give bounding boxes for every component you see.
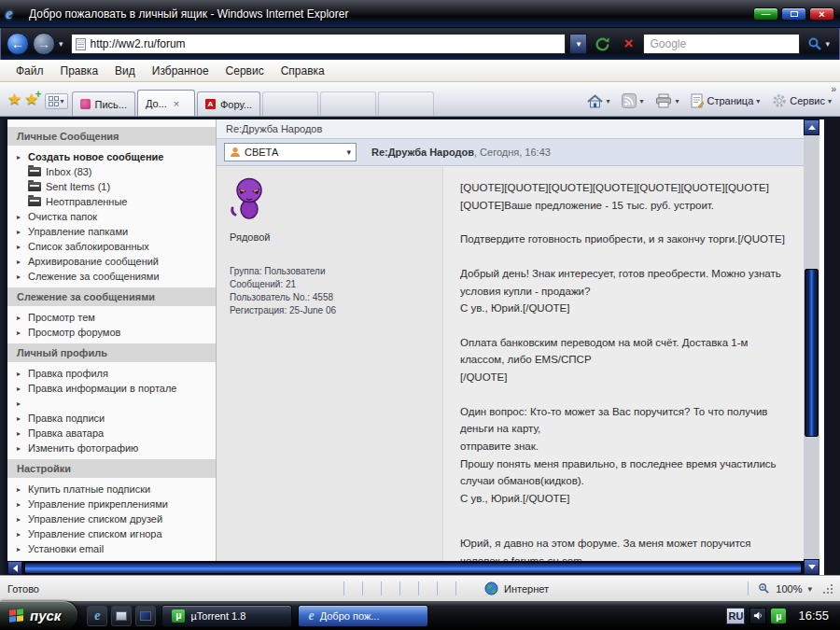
quick-tabs-button[interactable]: ▾	[45, 93, 68, 109]
bullet-icon: ▸	[17, 314, 23, 322]
minimize-button[interactable]: —	[753, 7, 778, 21]
sidebar-item-label: Установки email	[28, 543, 104, 554]
sidebar-item-empty[interactable]: ▸	[7, 396, 216, 411]
quick-tabs-grid-icon	[49, 96, 59, 106]
sidebar-item-edit-profile[interactable]: ▸Правка профиля	[7, 366, 216, 381]
start-button[interactable]: пуск	[0, 601, 77, 630]
utorrent-tray-icon[interactable]: µ	[771, 609, 786, 623]
quicklaunch-show-desktop-icon[interactable]	[111, 606, 132, 626]
menu-favorites[interactable]: Избранное	[144, 62, 217, 80]
sidebar-item-ignore-list[interactable]: ▸Управление списком игнора	[7, 526, 216, 541]
taskbar-task-utorrent[interactable]: µ µTorrent 1.8	[161, 605, 292, 627]
sidebar-item-friends-list[interactable]: ▸Управление списком друзей	[7, 511, 216, 526]
taskbar-task-browser-active[interactable]: e Добро пож...	[298, 605, 428, 627]
author-select[interactable]: СВЕТА ▾	[224, 143, 357, 161]
forward-arrow-icon: →	[37, 36, 50, 51]
history-dropdown[interactable]: ▾	[59, 39, 63, 49]
menu-view[interactable]: Вид	[106, 62, 144, 80]
bullet-icon: ▸	[17, 414, 23, 423]
language-indicator[interactable]: RU	[726, 608, 745, 624]
sidebar-item-change-photo[interactable]: ▸Изменить фотографию	[7, 441, 216, 455]
address-bar[interactable]	[71, 34, 567, 54]
zone-label: Интернет	[504, 583, 549, 595]
quicklaunch-media-icon[interactable]	[135, 606, 156, 626]
bullet-icon: ▸	[17, 399, 23, 408]
address-dropdown-button[interactable]: ▾	[569, 34, 587, 54]
home-button[interactable]: ▾	[582, 91, 614, 111]
horizontal-scrollbar-thumb[interactable]	[24, 562, 802, 574]
vertical-scrollbar-thumb[interactable]	[805, 269, 819, 437]
tab-forum[interactable]: А Фору...	[197, 91, 260, 116]
scroll-left-button[interactable]	[7, 561, 22, 575]
window-frame-right	[819, 119, 840, 575]
tab-inbox-active[interactable]: До... ×	[137, 90, 195, 116]
page-icon	[691, 93, 704, 108]
sidebar-item-clear-folders[interactable]: ▸Очистка папок	[7, 209, 216, 224]
volume-tray-icon[interactable]	[749, 608, 766, 624]
sidebar-item-label: Архивирование сообщений	[28, 256, 159, 267]
close-button[interactable]: ×	[809, 7, 834, 21]
sidebar-section-title: Настройки	[7, 459, 216, 478]
tab-placeholder	[262, 91, 318, 116]
sidebar-item-sent[interactable]: Sent Items (1)	[7, 179, 216, 194]
tools-menu-button[interactable]: Сервис ▾	[767, 91, 836, 111]
search-options-dropdown[interactable]: ▾	[825, 39, 830, 49]
ie-icon: e	[308, 609, 314, 623]
navigation-bar: ← → ▾ ▾ × ▾	[0, 28, 840, 60]
sidebar-item-track-messages[interactable]: ▸Слежение за сообщениями	[7, 269, 216, 284]
search-input[interactable]	[650, 37, 793, 50]
zoom-control[interactable]: 100% ▾	[748, 581, 833, 595]
sidebar-item-label: Правка подписи	[28, 413, 105, 424]
tab-close-icon[interactable]: ×	[174, 98, 179, 109]
favorites-star-icon[interactable]: ★	[7, 90, 21, 109]
sidebar-item-blocked-list[interactable]: ▸Список заблокированных	[7, 239, 216, 254]
back-button[interactable]: ←	[7, 33, 29, 55]
sidebar-item-edit-portal-info[interactable]: ▸Правка информации в портале	[7, 381, 216, 396]
search-go-button[interactable]: ▾	[804, 36, 833, 51]
maximize-button[interactable]	[781, 7, 806, 21]
sidebar-item-edit-signature[interactable]: ▸Правка подписи	[7, 411, 216, 426]
vertical-scrollbar[interactable]	[804, 119, 819, 575]
start-label: пуск	[30, 608, 61, 623]
bullet-icon: ▸	[17, 429, 23, 438]
sidebar-item-manage-attachments[interactable]: ▸Управление прикреплениями	[7, 497, 216, 511]
tab-mail[interactable]: Пись...	[72, 91, 135, 116]
refresh-button[interactable]	[591, 33, 613, 55]
tools-menu-label: Сервис	[790, 95, 825, 106]
add-favorite-icon[interactable]: ★+	[24, 90, 38, 109]
url-input[interactable]	[91, 37, 562, 50]
sidebar-item-archive[interactable]: ▸Архивирование сообщений	[7, 254, 216, 269]
sidebar-item-view-topics[interactable]: ▸Просмотр тем	[7, 310, 216, 325]
menu-file[interactable]: Файл	[7, 62, 52, 80]
user-info-registered: Регистрация: 25-June 06	[230, 304, 433, 317]
quicklaunch-ie-icon[interactable]: e	[87, 606, 107, 626]
sidebar-item-email-settings[interactable]: ▸Установки email	[7, 541, 216, 556]
feeds-button[interactable]: ▾	[617, 91, 648, 111]
menu-help[interactable]: Справка	[273, 62, 333, 80]
scroll-down-button[interactable]	[804, 559, 819, 575]
scroll-up-button[interactable]	[804, 119, 819, 135]
sidebar-item-view-forums[interactable]: ▸Просмотр форумов	[7, 325, 216, 340]
sidebar-section-title: Личный профиль	[7, 343, 216, 362]
menu-tools[interactable]: Сервис	[217, 62, 273, 80]
toolbar-overflow-icon[interactable]: »	[831, 84, 836, 94]
utorrent-icon: µ	[172, 609, 185, 623]
sidebar-item-unsent[interactable]: Неотправленные	[7, 194, 216, 209]
bullet-icon: ▸	[17, 545, 23, 553]
sidebar-item-new-message[interactable]: ▸Создать новое сообщение	[7, 149, 216, 164]
search-box[interactable]	[643, 34, 800, 54]
sidebar-item-label: Управление прикреплениями	[28, 498, 168, 510]
print-button[interactable]: ▾	[651, 91, 683, 111]
page-menu-button[interactable]: Страница ▾	[686, 91, 764, 111]
sidebar-item-inbox[interactable]: Inbox (83)	[7, 164, 216, 179]
sidebar-item-edit-avatar[interactable]: ▸Правка аватара	[7, 426, 216, 441]
post-paragraph: Оплата банковским переводом на мой счёт.…	[460, 334, 787, 386]
menu-edit[interactable]: Правка	[52, 62, 107, 80]
user-info-posts: Сообщений: 21	[230, 278, 433, 291]
stop-button[interactable]: ×	[617, 33, 639, 55]
forward-button[interactable]: →	[33, 33, 55, 55]
resize-grip[interactable]	[823, 584, 833, 594]
horizontal-scrollbar[interactable]	[7, 561, 804, 575]
sidebar-item-manage-folders[interactable]: ▸Управление папками	[7, 224, 216, 239]
sidebar-item-paid-subscriptions[interactable]: ▸Купить платные подписки	[7, 482, 216, 497]
